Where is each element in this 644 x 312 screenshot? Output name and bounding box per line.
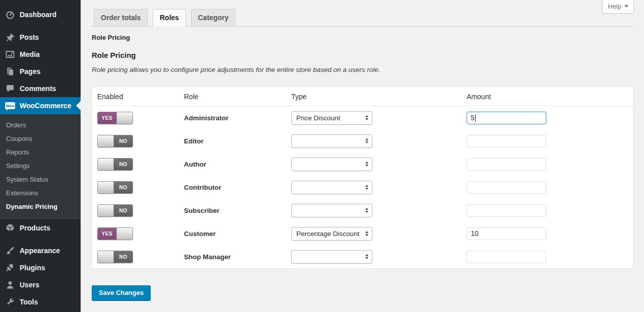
sidebar-item-posts[interactable]: Posts [0,29,81,46]
sidebar-item-woocommerce[interactable]: Woo WooCommerce [0,97,81,114]
sidebar-subitem-settings[interactable]: Settings [0,159,81,173]
table-row: YES Administrator Price Discount 5 [92,106,633,129]
select-stepper-arrows-icon [365,229,368,238]
amount-input[interactable] [467,251,546,263]
sidebar-item-label: Dashboard [20,11,56,19]
amount-cell [467,158,633,171]
amount-input[interactable]: 10 [467,227,546,240]
role-name: Shop Manager [184,253,231,261]
sidebar-item-products[interactable]: Products [0,219,81,237]
role-cell: Author [184,161,291,168]
select-stepper-arrows-icon [365,160,368,168]
enabled-toggle[interactable]: NO [97,135,133,147]
sidebar-subitem-extensions[interactable]: Extensions [0,186,81,200]
enabled-toggle[interactable]: NO [97,181,133,194]
sidebar-item-dashboard[interactable]: Dashboard [0,6,81,23]
role-pricing-table: Enabled Role Type Amount YES Administrat… [92,87,633,269]
woo-badge-text: Woo [5,102,15,109]
type-select[interactable] [291,134,372,148]
enabled-toggle[interactable]: NO [97,204,133,217]
type-select-value: Price Discount [296,114,365,122]
type-cell [291,158,467,171]
sidebar-item-label: Pages [20,67,40,75]
amount-cell: 5 [467,112,633,124]
amount-input[interactable] [467,181,546,194]
wrench-icon [5,297,15,307]
table-row: NO Contributor [92,176,633,199]
type-select[interactable] [291,158,372,171]
toggle-state-label: NO [114,205,133,216]
enabled-toggle[interactable]: NO [97,158,133,171]
sidebar-item-label: Users [20,281,39,289]
sidebar-item-comments[interactable]: Comments [0,80,81,97]
sidebar-item-pages[interactable]: Pages [0,63,81,80]
role-name: Administrator [184,114,229,122]
type-cell [291,181,467,194]
chevron-down-icon [624,5,628,10]
pages-icon [5,66,15,76]
sidebar-item-label: Tools [20,298,38,306]
enabled-toggle[interactable]: YES [97,112,133,124]
text-caret [475,114,476,122]
enabled-cell: NO [97,181,184,194]
type-select[interactable]: Percentage Discount [291,227,372,241]
sidebar-item-label: Media [20,50,40,58]
tab-category[interactable]: Category [191,9,236,27]
select-stepper-arrows-icon [365,253,368,261]
sidebar-item-label: Plugins [20,264,45,272]
role-cell: Editor [184,137,291,145]
enabled-toggle[interactable]: NO [97,251,133,263]
amount-input[interactable] [467,204,546,217]
help-button[interactable]: Help [602,0,634,14]
sidebar-subitem-reports[interactable]: Reports [0,145,81,159]
type-select[interactable] [291,250,372,264]
amount-input[interactable]: 5 [467,112,546,124]
table-row: YES Customer Percentage Discount 10 [92,222,633,245]
role-name: Author [184,161,206,168]
tab-roles[interactable]: Roles [153,9,186,27]
sidebar-subitem-orders[interactable]: Orders [0,118,81,132]
sidebar-subitem-coupons[interactable]: Coupons [0,132,81,145]
tab-order-totals[interactable]: Order totals [94,9,148,27]
sidebar-item-tools[interactable]: Tools [0,293,81,310]
sidebar-item-media[interactable]: Media [0,46,81,63]
amount-input[interactable] [467,135,546,147]
type-select[interactable] [291,204,372,217]
role-name: Customer [184,230,216,238]
sidebar-item-plugins[interactable]: Plugins [0,259,81,276]
page-description: Role pricing allows you to configure pri… [92,66,633,73]
type-select[interactable]: Price Discount [291,111,372,125]
toggle-state-label: NO [114,159,133,170]
type-cell [291,250,467,264]
toggle-state-label: YES [98,112,116,124]
toggle-knob [98,205,114,216]
type-cell [291,134,467,148]
column-header-enabled: Enabled [97,93,184,101]
toggle-state-label: NO [114,251,133,263]
amount-cell [467,251,633,263]
woocommerce-icon: Woo [5,101,15,111]
sidebar-item-users[interactable]: Users [0,276,81,293]
amount-cell [467,204,633,217]
amount-input[interactable] [467,158,546,171]
comment-bubble-icon [5,84,15,94]
type-cell: Price Discount [291,111,467,125]
table-row: NO Shop Manager [92,245,633,268]
products-box-icon [5,223,15,233]
column-header-role: Role [184,93,291,101]
role-cell: Contributor [184,184,291,191]
role-cell: Administrator [184,114,291,122]
table-row: NO Author [92,152,633,176]
enabled-cell: NO [97,251,184,263]
select-stepper-arrows-icon [365,114,368,122]
enabled-cell: NO [97,158,184,171]
enabled-cell: YES [97,112,184,124]
enabled-toggle[interactable]: YES [97,227,133,240]
sidebar-subitem-system-status[interactable]: System Status [0,173,81,186]
type-select[interactable] [291,181,372,194]
select-stepper-arrows-icon [365,137,368,145]
sidebar-item-appearance[interactable]: Appearance [0,242,81,259]
save-changes-button[interactable]: Save Changes [92,285,151,300]
sidebar-subitem-dynamic-pricing[interactable]: Dynamic Pricing [0,200,81,213]
enabled-cell: NO [97,135,184,147]
